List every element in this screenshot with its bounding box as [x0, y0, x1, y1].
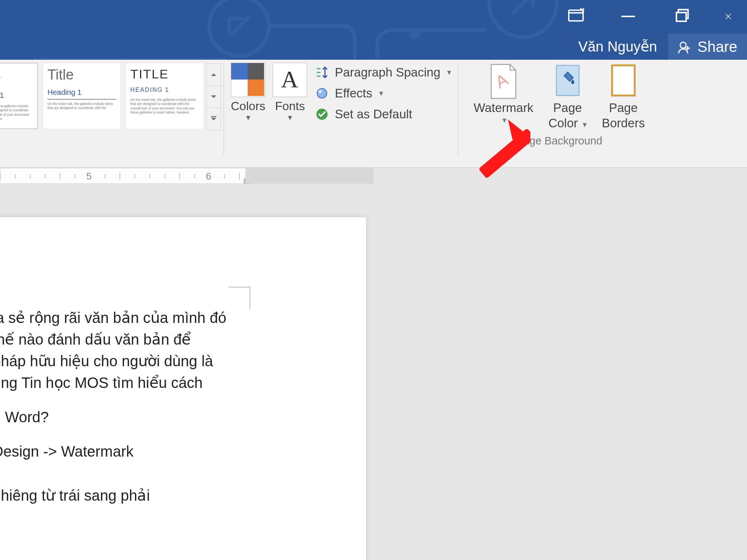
minimize-button[interactable]: [619, 7, 638, 26]
title-bar: Văn Nguyễn Share: [0, 0, 747, 60]
share-button[interactable]: Share: [668, 34, 747, 60]
watermark-icon: A: [487, 63, 520, 100]
gallery-scroll: [206, 63, 221, 130]
fonts-button[interactable]: A Fonts ▾: [273, 63, 307, 119]
text-line: ia sẻ rộng rãi văn bản của mình đó: [0, 309, 226, 326]
restore-button[interactable]: [672, 7, 691, 26]
watermark-label: Watermark: [474, 100, 533, 115]
page-borders-icon: [607, 63, 640, 100]
gallery-more[interactable]: [207, 108, 221, 130]
style-heading: Heading 1: [47, 88, 116, 97]
page-color-label: Page Color ▾: [548, 100, 587, 131]
paragraph-spacing-button[interactable]: Paragraph Spacing ▾: [314, 65, 451, 80]
svg-point-11: [318, 90, 322, 93]
effects-icon: [314, 86, 329, 101]
text-line: ùng Tin học MOS tìm hiểu cách: [0, 374, 203, 391]
effects-label: Effects: [335, 86, 372, 100]
chevron-down-icon: ▾: [447, 68, 451, 77]
fonts-label: Fonts: [275, 99, 305, 113]
paragraph-spacing-icon: [314, 65, 329, 80]
colors-button[interactable]: Colors ▾: [231, 63, 265, 119]
style-set-3[interactable]: TITLE HEADING 1 On the Insert tab, the g…: [125, 63, 204, 129]
svg-rect-14: [556, 65, 579, 96]
style-title: TITLE: [130, 67, 199, 81]
style-body: On the Insert tab, the galleries include…: [47, 99, 116, 111]
ribbon-display-options-button[interactable]: [567, 7, 585, 25]
svg-rect-9: [211, 116, 216, 117]
paragraph-spacing-label: Paragraph Spacing: [335, 65, 440, 80]
horizontal-ruler[interactable]: 5 6 7: [0, 168, 747, 184]
close-button[interactable]: [725, 7, 732, 26]
style-set-2[interactable]: Title Heading 1 On the Insert tab, the g…: [43, 63, 121, 129]
page[interactable]: ia sẻ rộng rãi văn bản của mình đó thế n…: [0, 217, 366, 560]
document-body[interactable]: ia sẻ rộng rãi văn bản của mình đó thế n…: [0, 307, 351, 506]
colors-icon: [231, 63, 264, 96]
svg-marker-37: [244, 176, 250, 180]
style-set-1[interactable]: tle ding 1 nsert tab, the galleries incl…: [0, 63, 38, 129]
page-color-button[interactable]: Page Color ▾: [548, 63, 587, 131]
svg-point-2: [411, 30, 418, 37]
text-line: g Word?: [0, 406, 351, 428]
ruler-number: 6: [206, 171, 211, 182]
text-line: thế nào đánh dấu văn bản để: [0, 331, 191, 348]
share-label: Share: [697, 38, 737, 55]
ribbon: tle ding 1 nsert tab, the galleries incl…: [0, 60, 747, 168]
svg-rect-40: [478, 128, 530, 178]
ruler-number: 7: [310, 171, 316, 182]
colors-label: Colors: [231, 99, 265, 113]
chevron-down-icon: ▾: [583, 120, 587, 129]
text-line: ghiêng từ trái sang phải: [0, 485, 351, 506]
text-line: pháp hữu hiệu cho người dùng là: [0, 353, 213, 369]
document-formatting-controls: Colors ▾ A Fonts ▾ Paragraph Spacing ▾ E…: [224, 60, 458, 167]
style-heading: ding 1: [0, 91, 33, 100]
chevron-down-icon: ▾: [246, 115, 250, 119]
svg-rect-5: [676, 13, 686, 21]
chevron-down-icon: ▾: [379, 88, 383, 98]
gallery-scroll-up[interactable]: [207, 64, 221, 86]
style-title: tle: [0, 67, 33, 86]
chevron-down-icon: ▾: [288, 115, 292, 119]
set-as-default-button[interactable]: Set as Default: [314, 107, 451, 122]
svg-point-8: [680, 42, 686, 48]
svg-rect-15: [612, 65, 635, 96]
annotation-arrow: [448, 119, 530, 217]
set-as-default-label: Set as Default: [335, 107, 412, 121]
document-area[interactable]: ia sẻ rộng rãi văn bản của mình đó thế n…: [0, 184, 747, 560]
document-formatting-group: tle ding 1 nsert tab, the galleries incl…: [0, 60, 223, 167]
style-body: nsert tab, the galleries include items e…: [0, 102, 33, 121]
svg-marker-38: [244, 180, 250, 183]
check-circle-icon: [314, 107, 329, 122]
style-body: On the Insert tab, the galleries include…: [130, 96, 199, 115]
svg-point-10: [317, 88, 327, 98]
text-line: Design -> Watermark: [0, 441, 351, 462]
style-gallery[interactable]: tle ding 1 nsert tab, the galleries incl…: [0, 63, 206, 129]
style-heading: HEADING 1: [130, 87, 199, 93]
page-borders-label: Page Borders: [602, 100, 645, 131]
svg-rect-3: [569, 10, 583, 21]
page-borders-button[interactable]: Page Borders: [602, 63, 645, 131]
account-name[interactable]: Văn Nguyễn: [578, 38, 668, 55]
ruler-number: 5: [86, 171, 92, 182]
effects-button[interactable]: Effects ▾: [314, 86, 451, 101]
style-title: Title: [47, 67, 116, 83]
page-color-icon: [551, 63, 585, 100]
gallery-scroll-down[interactable]: [207, 86, 221, 108]
fonts-icon: A: [273, 63, 306, 96]
